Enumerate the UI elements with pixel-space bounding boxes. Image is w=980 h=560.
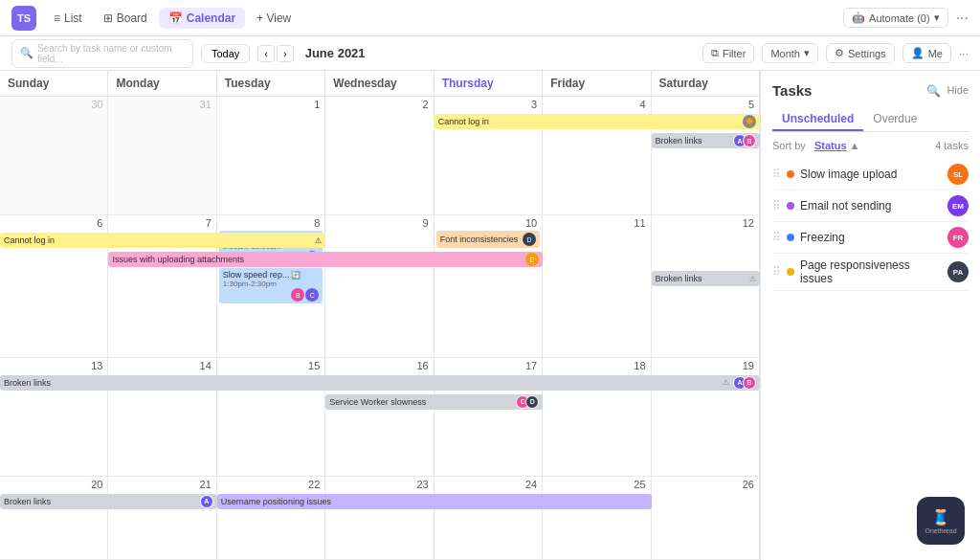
avatar: A <box>200 495 213 508</box>
hide-button[interactable]: Hide <box>947 84 969 98</box>
automate-button[interactable]: 🤖 Automate (0) ▾ <box>843 8 948 28</box>
task-name: Email not sending <box>800 199 942 213</box>
task-name: Freezing <box>800 231 942 244</box>
gear-icon: ⚙ <box>835 47 844 59</box>
avatar: B <box>743 376 756 390</box>
warning-icon: ⚠ <box>723 378 729 387</box>
task-count: 4 tasks <box>935 140 969 151</box>
task-item-email: ⠿ Email not sending EM <box>772 190 969 222</box>
event-broken-links-week4[interactable]: Broken links A <box>0 494 217 509</box>
day-jun11: 11 <box>543 215 651 357</box>
event-username-positioning[interactable]: Username positioning issues <box>217 494 652 509</box>
drag-handle-icon[interactable]: ⠿ <box>772 168 781 181</box>
onethread-logo: 🧵 Onethread <box>917 497 965 545</box>
header-tuesday: Tuesday <box>217 71 325 96</box>
tab-unscheduled[interactable]: Unscheduled <box>772 108 863 131</box>
next-month-button[interactable]: › <box>277 45 294 62</box>
day-jun20: 20 <box>0 477 108 559</box>
event-cannot-log-in-week2[interactable]: Cannot log in ⚠ <box>0 233 325 248</box>
event-cannot-log-in-week1[interactable]: Cannot log in 🔶 <box>434 114 760 129</box>
extra-options-button[interactable]: ··· <box>959 47 969 60</box>
task-avatar: FR <box>947 227 969 248</box>
calendar-day-headers: Sunday Monday Tuesday Wednesday Thursday… <box>0 71 760 97</box>
day-jun25: 25 <box>543 477 651 559</box>
event-broken-links-week3[interactable]: Broken links ⚠ A B <box>0 375 760 391</box>
header-thursday: Thursday <box>434 71 543 96</box>
search-input[interactable]: 🔍 Search by task name or custom field... <box>11 39 193 68</box>
automate-icon: 🤖 <box>852 11 865 24</box>
drag-handle-icon[interactable]: ⠿ <box>772 265 781 279</box>
day-jun21: 21 <box>108 477 216 559</box>
tasks-title: Tasks <box>772 82 812 99</box>
tab-list[interactable]: ≡ List <box>44 8 92 29</box>
header-saturday: Saturday <box>652 71 760 96</box>
filter-icon: ⧉ <box>711 47 719 59</box>
app-logo: TS <box>11 6 36 31</box>
avatar: B <box>291 288 304 302</box>
event-service-worker[interactable]: Service Worker slowness C D <box>325 394 543 410</box>
board-icon: ⊞ <box>103 11 113 25</box>
today-button[interactable]: Today <box>201 44 250 63</box>
week-row-3: 13 14 15 16 17 18 19 Broken links ⚠ A B <box>0 358 760 477</box>
list-icon: ≡ <box>54 11 60 25</box>
day-jun1: 1 <box>217 97 325 214</box>
calendar: Sunday Monday Tuesday Wednesday Thursday… <box>0 71 760 560</box>
chevron-down-icon: ▾ <box>934 11 940 24</box>
day-jun23: 23 <box>325 477 434 559</box>
sort-status[interactable]: Status <box>814 140 847 151</box>
search-icon: 🔍 <box>20 47 33 59</box>
calendar-nav-arrows: ‹ › <box>257 45 293 62</box>
warning-icon: ⚠ <box>315 236 322 245</box>
day-jun9: 9 <box>325 215 434 357</box>
nav-tabs: ≡ List ⊞ Board 📅 Calendar + View <box>44 8 301 29</box>
onethread-icon: 🧵 <box>931 508 950 526</box>
tasks-header: Tasks 🔍 Hide <box>772 82 969 99</box>
toolbar: 🔍 Search by task name or custom field...… <box>0 36 980 71</box>
main-area: Sunday Monday Tuesday Wednesday Thursday… <box>0 71 980 560</box>
avatar: E <box>525 253 539 266</box>
more-options-button[interactable]: ··· <box>956 10 969 27</box>
task-avatar: PA <box>947 261 969 282</box>
day-jun2: 2 <box>325 97 434 214</box>
tab-calendar[interactable]: 📅 Calendar <box>159 8 245 29</box>
chevron-down-icon: ▾ <box>804 47 810 59</box>
nav-right: 🤖 Automate (0) ▾ ··· <box>843 8 969 28</box>
avatar: D <box>525 395 539 409</box>
search-icon[interactable]: 🔍 <box>926 84 941 98</box>
task-list: ⠿ Slow image upload SL ⠿ Email not sendi… <box>772 159 969 291</box>
tab-overdue[interactable]: Overdue <box>863 108 926 131</box>
calendar-body: 30 31 1 2 3 4 5 Cannot log in 🔶 Broken l… <box>0 97 760 560</box>
filter-button[interactable]: ⧉ Filter <box>702 43 754 63</box>
week-row-1: 30 31 1 2 3 4 5 Cannot log in 🔶 Broken l… <box>0 97 760 215</box>
warning-icon: ⚠ <box>749 275 756 283</box>
calendar-icon: 📅 <box>168 11 183 25</box>
sort-arrow-icon: ▲ <box>850 140 860 151</box>
header-friday: Friday <box>543 71 651 96</box>
header-monday: Monday <box>108 71 216 96</box>
event-slow-speed[interactable]: Slow speed rep... 🔄 1:30pm-2:30pm B C <box>219 268 323 303</box>
event-font-inconsistencies[interactable]: Font inconsistencies D <box>436 231 540 248</box>
tab-board[interactable]: ⊞ Board <box>94 8 157 29</box>
settings-button[interactable]: ⚙ Settings <box>826 43 895 63</box>
day-jun10: 10 Font inconsistencies D <box>434 215 543 357</box>
event-broken-links-week2[interactable]: Broken links ⚠ <box>652 271 760 286</box>
task-avatar: SL <box>947 164 969 185</box>
drag-handle-icon[interactable]: ⠿ <box>772 231 781 244</box>
event-broken-links-week1-sat[interactable]: Broken links A B <box>652 133 760 148</box>
top-nav: TS ≡ List ⊞ Board 📅 Calendar + View 🤖 Au… <box>0 0 980 36</box>
week-row-4: 20 21 22 23 24 25 26 Broken links A <box>0 477 760 560</box>
drag-handle-icon[interactable]: ⠿ <box>772 199 781 213</box>
month-title: June 2021 <box>305 46 366 60</box>
tasks-panel: Tasks 🔍 Hide Unscheduled Overdue Sort by… <box>760 71 980 560</box>
me-button[interactable]: 👤 Me <box>902 43 951 63</box>
header-wednesday: Wednesday <box>325 71 434 96</box>
task-status-dot <box>787 234 794 241</box>
month-view-button[interactable]: Month ▾ <box>762 43 818 63</box>
task-avatar: EM <box>947 195 969 216</box>
day-jun26: 26 <box>652 477 760 559</box>
event-issues-uploading[interactable]: Issues with uploading attachments E <box>108 252 543 267</box>
add-view-button[interactable]: + View <box>247 8 301 29</box>
header-sunday: Sunday <box>0 71 108 96</box>
prev-month-button[interactable]: ‹ <box>257 45 275 62</box>
day-jun22: 22 <box>217 477 325 559</box>
